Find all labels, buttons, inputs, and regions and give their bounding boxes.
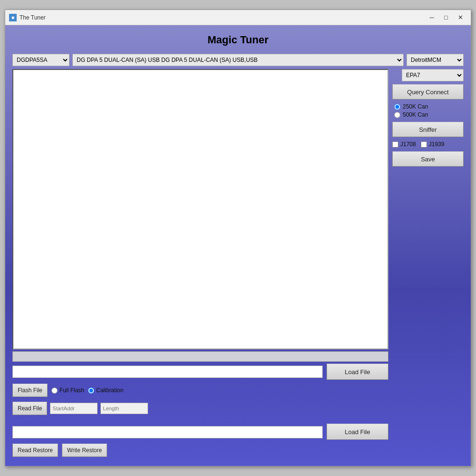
read-restore-button[interactable]: Read Restore — [12, 444, 58, 457]
sniffer-button[interactable]: Sniffer — [392, 122, 464, 137]
start-addr-input[interactable] — [50, 403, 98, 414]
flash-file-row: Flash File Full Flash Calibration — [12, 382, 388, 399]
device-select[interactable]: DGDPA5SA — [12, 54, 69, 66]
load-file-button-1[interactable]: Load File — [327, 364, 388, 380]
close-button[interactable]: ✕ — [454, 12, 467, 23]
j1708-label: J1708 — [400, 141, 416, 148]
full-flash-label: Full Flash — [60, 387, 84, 394]
left-panel: Load File Flash File Full Flash Calibrat… — [12, 69, 388, 459]
epa-row: EPA7 — [392, 69, 464, 81]
j1939-checkbox[interactable] — [421, 141, 427, 148]
full-flash-radio[interactable] — [51, 387, 58, 394]
j1939-label: J1939 — [429, 141, 445, 148]
500k-label: 500K Can — [403, 111, 428, 118]
write-restore-button[interactable]: Write Restore — [62, 444, 107, 457]
main-window: ■ The Tuner ─ □ ✕ Magic Tuner DGDPA5SA D… — [5, 10, 471, 466]
250k-radio-label[interactable]: 250K Can — [394, 103, 462, 110]
flash-file-button[interactable]: Flash File — [12, 384, 48, 397]
length-input[interactable] — [100, 403, 148, 414]
epa-select[interactable]: EPA7 — [402, 69, 464, 81]
load-file-row-1: Load File — [12, 364, 388, 380]
j1708-checkbox[interactable] — [392, 141, 398, 148]
app-title: Magic Tuner — [12, 30, 464, 51]
j1939-checkbox-label[interactable]: J1939 — [421, 141, 445, 148]
minimize-button[interactable]: ─ — [425, 12, 438, 23]
maximize-button[interactable]: □ — [439, 12, 453, 23]
spacer-1 — [12, 418, 388, 422]
load-file-row-2: Load File — [12, 424, 388, 440]
titlebar: ■ The Tuner ─ □ ✕ — [5, 10, 471, 25]
load-file-button-2[interactable]: Load File — [327, 424, 388, 440]
j1708-checkbox-label[interactable]: J1708 — [392, 141, 416, 148]
save-button[interactable]: Save — [392, 151, 464, 167]
calibration-radio[interactable] — [88, 387, 94, 394]
progress-bar-1 — [12, 351, 388, 362]
query-connect-button[interactable]: Query Connect — [392, 84, 464, 99]
restore-row: Read Restore Write Restore — [12, 442, 388, 459]
main-area: Load File Flash File Full Flash Calibrat… — [12, 69, 464, 459]
ecu-select[interactable]: DetroitMCM — [407, 54, 464, 66]
read-file-button[interactable]: Read File — [12, 402, 47, 415]
full-flash-radio-label[interactable]: Full Flash — [51, 387, 84, 394]
titlebar-title: The Tuner — [20, 14, 425, 21]
adapter-select[interactable]: DG DPA 5 DUAL-CAN (SA) USB DG DPA 5 DUAL… — [72, 54, 404, 66]
file-path-display-2 — [12, 426, 323, 438]
500k-radio-label[interactable]: 500K Can — [394, 111, 462, 118]
protocol-checkbox-row: J1708 J1939 — [392, 140, 464, 149]
250k-label: 250K Can — [403, 103, 428, 110]
app-icon: ■ — [9, 14, 17, 21]
window-controls: ─ □ ✕ — [425, 12, 467, 23]
top-toolbar: DGDPA5SA DG DPA 5 DUAL-CAN (SA) USB DG D… — [12, 54, 464, 66]
right-panel: EPA7 Query Connect 250K Can 500K Can — [392, 69, 464, 459]
log-area — [12, 69, 388, 349]
file-path-display-1 — [12, 366, 323, 378]
calibration-label: Calibration — [96, 387, 123, 394]
can-speed-group: 250K Can 500K Can — [392, 102, 464, 119]
calibration-radio-label[interactable]: Calibration — [88, 387, 123, 394]
500k-radio[interactable] — [394, 112, 400, 118]
250k-radio[interactable] — [394, 104, 400, 110]
main-content: Magic Tuner DGDPA5SA DG DPA 5 DUAL-CAN (… — [5, 25, 471, 466]
read-file-row: Read File — [12, 401, 388, 416]
